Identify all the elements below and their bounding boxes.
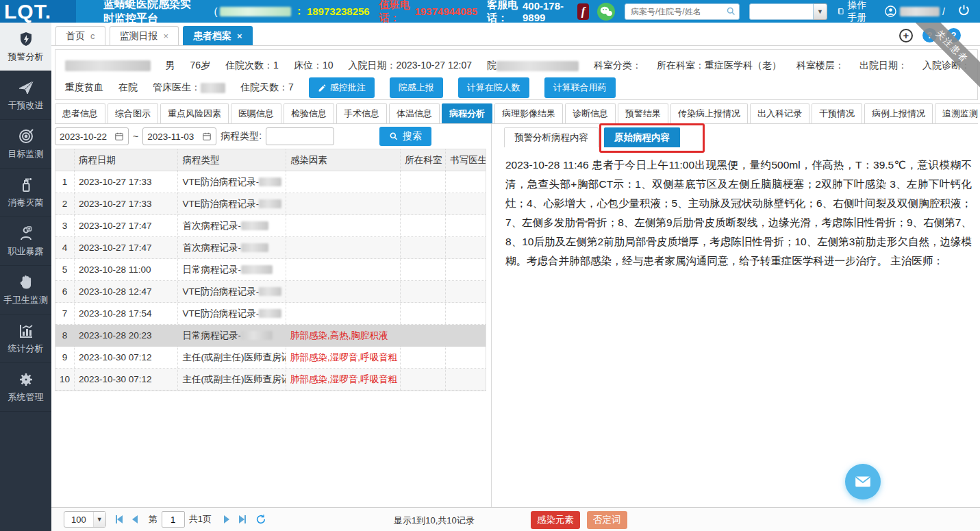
patient-search-input[interactable] [625, 3, 740, 20]
tab-patient-info[interactable]: 患者信息 [55, 103, 105, 123]
count-inhospital-button[interactable]: 计算在院人数 [458, 77, 529, 98]
tab-trace-monitor[interactable]: 追溯监测 [935, 103, 980, 123]
col-doctor: 书写医生 [446, 149, 486, 171]
negation-word-legend-button[interactable]: 否定词 [587, 511, 627, 529]
tab-lab-results[interactable]: 检验信息 [284, 103, 334, 123]
table-row[interactable]: 7 2023-10-28 17:54 VTE防治病程记录- [55, 303, 486, 325]
tab-course-analysis[interactable]: 病程分析 [442, 103, 492, 123]
original-tab-wrap: 原始病程内容 [604, 127, 686, 147]
sidebar-item-occupational-exposure[interactable]: 职业暴露 [0, 217, 51, 266]
tab-intervention-status[interactable]: 干预情况 [812, 103, 862, 123]
prev-page-button[interactable] [132, 515, 138, 523]
sidebar-item-label: 消毒灭菌 [8, 197, 44, 209]
table-row[interactable]: 1 2023-10-27 17:33 VTE防治病程记录- [55, 171, 486, 193]
sidebar-item-disinfection[interactable]: 消毒灭菌 [0, 169, 51, 217]
service-phone: 400-178-9899 [523, 0, 566, 23]
tab-original-content[interactable]: 原始病程内容 [604, 127, 680, 147]
patient-info-row1: 男 76岁 住院次数：1 床位：10 入院日期：2023-10-27 12:07… [65, 55, 970, 76]
tab-orders[interactable]: 医嘱信息 [231, 103, 281, 123]
tab-daily-report[interactable]: 监测日报 × [110, 26, 179, 45]
table-row[interactable]: 2 2023-10-27 17:33 VTE防治病程记录- [55, 193, 486, 215]
tab-patient-archive[interactable]: 患者档案 × [183, 26, 253, 45]
table-row[interactable]: 9 2023-10-30 07:12 主任(或副主任)医师查房记录 肺部感染,湿… [55, 347, 486, 369]
search-button[interactable]: 搜索 [379, 127, 431, 146]
patient-dept: 所在科室：重症医学科（老） [657, 60, 781, 72]
logout-power-icon[interactable] [957, 3, 970, 19]
close-icon[interactable]: × [237, 31, 242, 41]
redacted-patient-name [65, 60, 151, 71]
table-row[interactable]: 4 2023-10-27 17:47 首次病程记录- [55, 237, 486, 259]
patient-bed: 床位：10 [294, 60, 334, 72]
patient-dept-class: 科室分类： [594, 60, 642, 72]
patient-info-panel: 男 76岁 住院次数：1 床位：10 入院日期：2023-10-27 12:07… [55, 49, 978, 100]
tabbar-tools: + ? ? [899, 28, 980, 45]
close-icon[interactable]: × [164, 31, 169, 41]
wechat-icon[interactable] [597, 3, 615, 21]
help-icon-2[interactable]: ? [946, 28, 961, 42]
add-tab-icon[interactable]: + [899, 29, 913, 42]
sidebar-item-hand-hygiene[interactable]: 手卫生监测 [0, 266, 51, 314]
hospital-infection-report-button[interactable]: 院感上报 [390, 77, 443, 98]
chevron-down-icon[interactable]: ▼ [814, 3, 827, 20]
redacted-doctor-name [241, 221, 268, 230]
course-type-input[interactable] [266, 127, 334, 145]
course-type-label: 病程类型: [221, 130, 262, 143]
spray-bottle-icon [18, 177, 34, 193]
tab-pathology-imaging[interactable]: 病理影像结果 [494, 103, 563, 123]
refresh-icon[interactable]: c [90, 31, 95, 41]
table-row[interactable]: 6 2023-10-28 12:47 VTE防治病程记录- [55, 281, 486, 303]
tab-infectious-report[interactable]: 传染病上报情况 [670, 103, 748, 123]
sidebar-item-warning-analysis[interactable]: 预警分析 [0, 23, 51, 71]
patient-age: 76岁 [190, 60, 211, 72]
sidebar-item-target-monitor[interactable]: 目标监测 [0, 120, 51, 169]
date-to-input[interactable]: 2023-11-03 [142, 127, 216, 145]
search-icon[interactable] [726, 6, 736, 19]
table-row[interactable]: 3 2023-10-27 17:47 首次病程记录- [55, 215, 486, 237]
sidebar-nav: 预警分析 干预改进 目标监测 消毒灭菌 职业暴露 [0, 23, 51, 531]
sidebar-item-system-admin[interactable]: 系统管理 [0, 363, 51, 412]
tab-surgery[interactable]: 手术信息 [336, 103, 387, 123]
sidebar-item-intervention[interactable]: 干预改进 [0, 71, 51, 120]
tab-warning-results[interactable]: 预警结果 [618, 103, 668, 123]
combo-medication-button[interactable]: 计算联合用药 [544, 77, 616, 98]
tab-case-report-status[interactable]: 病例上报情况 [864, 103, 933, 123]
user-account[interactable]: / [884, 5, 945, 18]
tab-risk-factors[interactable]: 重点风险因素 [160, 103, 229, 123]
help-icon[interactable]: ? [922, 28, 937, 42]
pencil-icon [318, 84, 327, 92]
page-tabbar: 首页 c 监测日报 × 患者档案 × + ? ? [51, 23, 980, 46]
reload-icon[interactable] [255, 514, 266, 525]
detail-tabbar: 患者信息 综合图示 重点风险因素 医嘱信息 检验信息 手术信息 体温信息 病程分… [55, 103, 978, 124]
patient-tag-anemia: 重度贫血 [65, 82, 103, 94]
table-row[interactable]: 10 2023-10-30 07:12 主任(或副主任)医师查房记录 肺部感染,… [55, 369, 486, 391]
service-phone-label: 客服电话： [487, 0, 523, 25]
patient-info-row2: 重度贫血 在院 管床医生： 住院天数：7 感控批注 院感上报 计算在院人数 计算… [65, 77, 970, 98]
patient-hospital: 院 [487, 60, 579, 72]
page-prefix-label: 第 [149, 513, 158, 526]
first-page-button[interactable] [116, 515, 123, 523]
work-area: 2023-10-22 ~ 2023-11-03 病程类型: [51, 124, 980, 507]
table-row-selected[interactable]: 8 2023-10-28 20:23 日常病程记录- 肺部感染,高热,胸腔积液 [55, 325, 486, 347]
page-size-select[interactable]: 100 ▼ [64, 511, 106, 528]
tab-transfer-records[interactable]: 出入科记录 [750, 103, 809, 123]
tab-home[interactable]: 首页 c [55, 26, 105, 45]
tab-diagnosis[interactable]: 诊断信息 [565, 103, 616, 123]
tab-temperature[interactable]: 体温信息 [389, 103, 440, 123]
col-dept: 所在科室 [401, 149, 446, 171]
col-infection-factors: 感染因素 [286, 149, 401, 171]
infection-element-legend-button[interactable]: 感染元素 [531, 511, 580, 529]
message-fab-button[interactable] [845, 464, 881, 499]
flash-icon[interactable]: f [577, 3, 589, 20]
last-page-button[interactable] [239, 515, 246, 523]
redacted-doctor-name [259, 199, 281, 208]
page-number-input[interactable] [162, 511, 185, 528]
manual-link[interactable]: 操作手册 [837, 0, 873, 24]
date-from-input[interactable]: 2023-10-22 [55, 127, 129, 145]
header-dropdown[interactable]: ▼ [749, 3, 827, 20]
sidebar-item-statistics[interactable]: 统计分析 [0, 314, 51, 363]
tab-overview-chart[interactable]: 综合图示 [108, 103, 158, 123]
infection-annotate-button[interactable]: 感控批注 [309, 77, 375, 98]
tab-warning-analysis-content[interactable]: 预警分析病程内容 [504, 127, 599, 147]
table-row[interactable]: 5 2023-10-28 11:00 日常病程记录- [55, 259, 486, 281]
next-page-button[interactable] [224, 515, 229, 523]
